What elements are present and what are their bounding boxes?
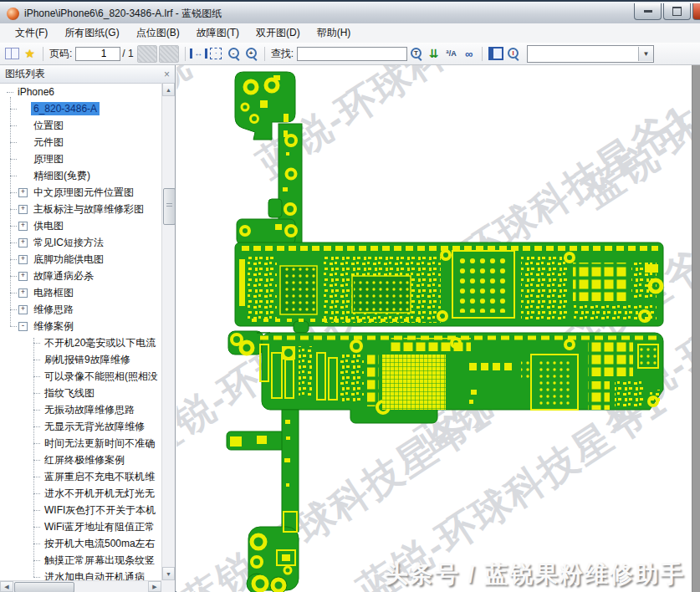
tree-item[interactable]: 刷机报错9故障维修: [0, 351, 161, 368]
menu-file[interactable]: 文件(F): [7, 23, 56, 43]
minimize-button[interactable]: [634, 3, 662, 20]
tree-item-label: 时间无法更新时间不准确: [42, 436, 157, 452]
menu-bitmap[interactable]: 点位图(B): [128, 23, 188, 43]
drawing-combobox[interactable]: ▼: [527, 45, 654, 63]
tree-item-label: 进水不开机开机无灯光无: [42, 486, 157, 502]
maximize-button[interactable]: [663, 3, 691, 20]
find-input[interactable]: [297, 47, 407, 61]
toolbar-separator: [264, 47, 265, 61]
favorites-button[interactable]: ★: [21, 45, 38, 62]
find-all-button[interactable]: ⇊: [425, 45, 442, 62]
match-case-button[interactable]: ª/A: [442, 45, 460, 62]
fit-page-button[interactable]: ·: [207, 45, 225, 62]
tree-item[interactable]: +底脚功能供电图: [0, 251, 161, 268]
prev-page-button[interactable]: [137, 45, 157, 63]
tree-item[interactable]: 无振动故障维修思路: [0, 401, 161, 418]
zoom-in-button[interactable]: +: [243, 45, 260, 62]
zoom-out-button[interactable]: -: [225, 45, 243, 62]
tree-item[interactable]: 位置图: [0, 117, 161, 134]
expand-icon[interactable]: +: [18, 205, 28, 214]
tree-item[interactable]: +供电图: [0, 217, 161, 234]
fit-width-icon: ↔: [190, 48, 207, 59]
tree-item[interactable]: 6_820-3486-A: [0, 100, 161, 117]
tree-connector: [10, 192, 17, 193]
collapse-icon[interactable]: -: [18, 322, 28, 331]
tree-item[interactable]: iPhone6: [0, 84, 161, 100]
expand-icon[interactable]: +: [18, 272, 28, 281]
tree-item[interactable]: +电路框图: [0, 284, 161, 301]
expand-icon[interactable]: +: [18, 288, 28, 298]
page-number-input[interactable]: [75, 47, 120, 61]
tree-connector: [33, 393, 40, 394]
tree-connector: [33, 376, 40, 377]
tree-item[interactable]: +常见IC短接方法: [0, 234, 161, 251]
split-view-button[interactable]: [3, 45, 21, 62]
side-panel-button[interactable]: [487, 45, 504, 62]
drawing-canvas[interactable]: 蓝锐-环球科技星爷1蓝锐-环球科技星爷1蓝锐-环球科技星爷1蓝锐-环球科技星爷1…: [176, 65, 700, 592]
app-icon[interactable]: [7, 8, 19, 20]
expand-icon[interactable]: +: [18, 222, 28, 231]
tree-item[interactable]: 蓝屏重启不充电不联机维: [0, 468, 161, 485]
close-button[interactable]: ✕: [692, 3, 700, 20]
inspect-icon: I: [507, 48, 519, 60]
tree-item[interactable]: 进水加电自动开机通病: [0, 569, 161, 580]
panels-icon: [5, 48, 19, 59]
tree-item[interactable]: WiFi蓝牙地址有阻值正常: [0, 518, 161, 535]
scroll-right-button[interactable]: ▶: [148, 581, 161, 592]
expand-icon[interactable]: +: [18, 238, 28, 248]
fit-width-button[interactable]: ↔: [190, 45, 207, 62]
expand-icon[interactable]: +: [18, 255, 28, 264]
tree-item-label: 无振动故障维修思路: [42, 402, 137, 418]
tree-item[interactable]: 精细图(免费): [0, 167, 161, 184]
expand-icon[interactable]: +: [18, 188, 28, 197]
whole-word-button[interactable]: ∞: [460, 45, 478, 62]
tree-item[interactable]: +维修思路: [0, 301, 161, 318]
menu-dual-view[interactable]: 双开图(D): [248, 23, 309, 43]
tree-connector: [10, 209, 17, 210]
tree-item-label: 蓝屏重启不充电不联机维: [42, 469, 157, 485]
tree-item[interactable]: 指纹飞线图: [0, 385, 161, 401]
menu-fault-map[interactable]: 故障图(T): [188, 23, 248, 43]
tree-item[interactable]: 不开机20毫安或以下电流: [0, 334, 161, 351]
inspect-button[interactable]: I: [504, 45, 522, 62]
vertical-scroll-thumb[interactable]: [163, 188, 176, 225]
tree-item[interactable]: 时间无法更新时间不准确: [0, 435, 161, 452]
vertical-scrollbar[interactable]: ▲ ▼: [161, 83, 175, 580]
tree-item[interactable]: 进水不开机开机无灯光无: [0, 485, 161, 502]
tree-connector: [10, 326, 17, 327]
tree-connector: [10, 276, 17, 277]
scroll-left-button[interactable]: ◀: [0, 581, 13, 592]
scroll-down-button[interactable]: ▼: [162, 567, 175, 580]
tree-item[interactable]: 触摸正常屏幕出现条纹竖: [0, 552, 161, 569]
tree-item[interactable]: +主板标注与故障维修彩图: [0, 201, 161, 217]
tree-item[interactable]: WIFI灰色打不开关于本机: [0, 502, 161, 518]
next-page-button[interactable]: [159, 45, 179, 63]
sidebar-close-button[interactable]: ×: [164, 69, 170, 79]
menu-help[interactable]: 帮助(H): [309, 23, 360, 43]
tree-connector: [10, 109, 17, 110]
expand-icon[interactable]: +: [18, 305, 28, 314]
horizontal-scroll-thumb[interactable]: [14, 582, 74, 592]
menu-all-drawings[interactable]: 所有图纸(G): [56, 23, 127, 43]
tree-item[interactable]: +中文原理图元件位置图: [0, 184, 161, 201]
tree-item-label: 底脚功能供电图: [31, 252, 106, 268]
tree-item[interactable]: 元件图: [0, 134, 161, 151]
tree-item[interactable]: -维修案例: [0, 318, 161, 334]
tree-item-label: WIFI灰色打不开关于本机: [42, 503, 158, 518]
tree-item[interactable]: 按开机大电流500ma左右: [0, 535, 161, 552]
tree-item[interactable]: 可以录像不能照相(照相没: [0, 368, 161, 385]
scroll-up-button[interactable]: ▲: [162, 83, 175, 96]
title-bar: iPhone\iPhone6\6_820-3486-A.lrf - 蓝锐图纸 ✕: [0, 0, 700, 26]
tree-item[interactable]: +故障通病必杀: [0, 268, 161, 284]
tree-item[interactable]: 红屏终极维修案例: [0, 452, 161, 468]
menu-bar: 文件(F) 所有图纸(G) 点位图(B) 故障图(T) 双开图(D) 帮助(H): [0, 23, 700, 43]
tree-item[interactable]: 无显示无背光故障维修: [0, 418, 161, 435]
drawing-tree: iPhone66_820-3486-A位置图元件图原理图精细图(免费)+中文原理…: [0, 84, 161, 580]
tree-item[interactable]: 原理图: [0, 151, 161, 167]
horizontal-scrollbar[interactable]: ◀ ▶: [0, 580, 161, 592]
corner-watermark: 头条号 / 蓝锐果粉维修助手: [385, 559, 685, 590]
tree-item-label: WiFi蓝牙地址有阻值正常: [42, 519, 157, 535]
fit-page-icon: ·: [210, 48, 222, 59]
combobox-dropdown-button[interactable]: ▼: [638, 47, 653, 61]
find-text-button[interactable]: T: [407, 45, 425, 62]
